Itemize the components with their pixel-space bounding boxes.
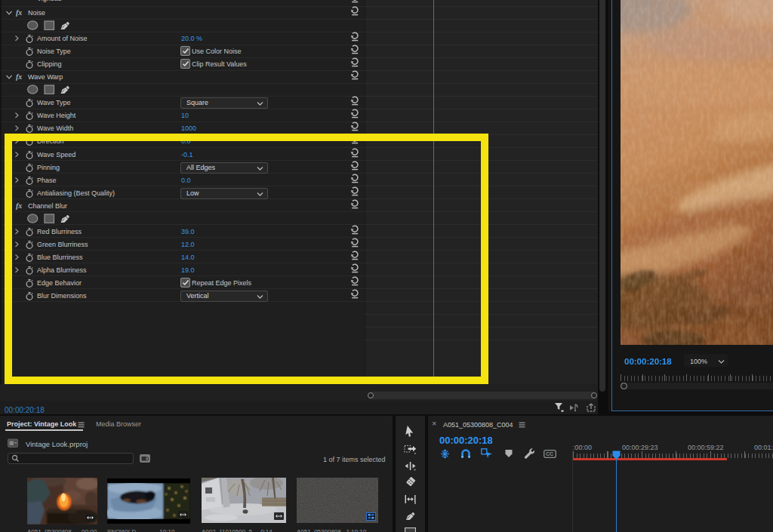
svg-text:CC: CC: [546, 451, 553, 457]
